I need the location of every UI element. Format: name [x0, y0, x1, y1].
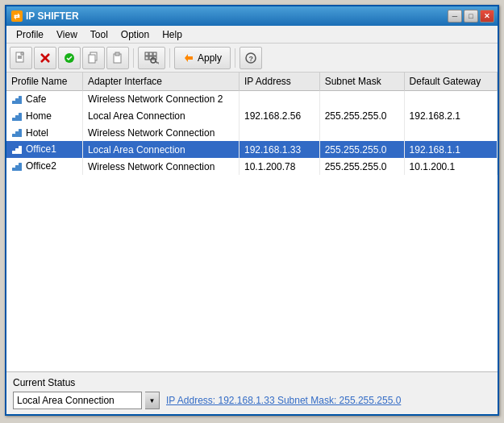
profile-name-text: Hotel — [26, 127, 48, 139]
col-subnet[interactable]: Subnet Mask — [319, 73, 404, 91]
table-row[interactable]: Office1Local Area Connection192.168.1.33… — [6, 141, 498, 158]
cell-gateway: 192.168.1.1 — [404, 141, 497, 158]
profile-icon — [11, 161, 23, 172]
cell-gateway: 10.1.200.1 — [404, 158, 497, 175]
title-buttons: ─ □ ✕ — [448, 10, 494, 23]
cell-profile-name: Office1 — [6, 141, 82, 158]
cell-gateway — [404, 125, 497, 142]
minimize-button[interactable]: ─ — [448, 10, 462, 23]
col-profile-name[interactable]: Profile Name — [6, 73, 82, 91]
svg-rect-27 — [19, 113, 22, 121]
table-row[interactable]: HotelWireless Network Connection — [6, 125, 498, 142]
svg-rect-33 — [19, 146, 22, 154]
status-info-text: IP Address: 192.168.1.33 Subnet Mask: 25… — [166, 395, 401, 406]
svg-rect-34 — [12, 168, 15, 171]
table-wrapper[interactable]: Profile Name Adapter Interface IP Addres… — [6, 73, 498, 371]
menu-view[interactable]: View — [50, 27, 84, 42]
cell-adapter: Wireless Network Connection 2 — [82, 91, 239, 108]
main-content: Profile Name Adapter Interface IP Addres… — [6, 73, 498, 371]
profile-name-text: Cafe — [26, 93, 46, 105]
help-icon: ? — [244, 52, 257, 64]
new-icon — [15, 52, 27, 64]
help-button[interactable]: ? — [240, 47, 262, 69]
paste-button[interactable] — [106, 47, 129, 69]
connection-select-container: Local Area Connection Wireless Network C… — [13, 392, 160, 409]
profile-icon — [11, 111, 23, 122]
svg-marker-19 — [185, 54, 193, 62]
bottom-section: Current Status Local Area Connection Wir… — [6, 371, 498, 414]
svg-rect-28 — [12, 134, 15, 137]
col-adapter[interactable]: Adapter Interface — [82, 73, 239, 91]
connect-button[interactable] — [58, 47, 81, 69]
cell-adapter: Local Area Connection — [82, 141, 239, 158]
svg-rect-24 — [19, 96, 22, 104]
toolbar-separator-3 — [235, 48, 235, 68]
connect-icon — [63, 52, 76, 64]
cell-subnet: 255.255.255.0 — [319, 158, 404, 175]
col-ip[interactable]: IP Address — [240, 73, 320, 91]
profile-icon — [11, 144, 23, 156]
cell-gateway: 192.168.2.1 — [404, 108, 497, 125]
grid-button[interactable]: ▼ — [138, 47, 165, 69]
cell-subnet — [319, 91, 404, 108]
cell-ip: 192.168.1.33 — [240, 141, 320, 158]
cell-adapter: Wireless Network Connection — [82, 158, 239, 175]
apply-icon — [183, 52, 194, 64]
cell-subnet — [319, 125, 404, 142]
window-title: IP SHIFTER — [26, 10, 79, 22]
svg-rect-36 — [19, 163, 22, 171]
svg-rect-11 — [149, 52, 152, 56]
new-button[interactable] — [10, 47, 32, 69]
copy-icon — [87, 52, 100, 64]
paste-icon — [111, 52, 124, 64]
status-row: Local Area Connection Wireless Network C… — [13, 392, 491, 409]
cell-subnet: 255.255.255.0 — [319, 141, 404, 158]
svg-text:?: ? — [249, 55, 254, 63]
select-arrow-icon[interactable]: ▼ — [145, 392, 160, 409]
toolbar-separator-2 — [169, 48, 170, 68]
connection-select[interactable]: Local Area Connection Wireless Network C… — [13, 392, 142, 409]
main-window: ⇄ IP SHIFTER ─ □ ✕ Profile View Tool Opt… — [5, 5, 499, 416]
svg-rect-30 — [19, 129, 22, 137]
cell-adapter: Wireless Network Connection — [82, 125, 239, 142]
svg-rect-12 — [153, 52, 156, 56]
app-icon: ⇄ — [11, 10, 23, 22]
menu-option[interactable]: Option — [115, 27, 156, 42]
profile-icon — [11, 127, 23, 139]
svg-rect-25 — [12, 118, 15, 121]
svg-rect-13 — [145, 56, 148, 60]
table-row[interactable]: Office2Wireless Network Connection10.1.2… — [6, 158, 498, 175]
col-gateway[interactable]: Default Gateway — [404, 73, 497, 91]
current-status-label: Current Status — [13, 377, 491, 388]
svg-rect-26 — [15, 115, 19, 121]
profile-name-text: Office1 — [26, 143, 56, 155]
copy-button[interactable] — [82, 47, 105, 69]
cell-ip — [240, 125, 320, 142]
svg-rect-10 — [145, 52, 148, 56]
table-header-row: Profile Name Adapter Interface IP Addres… — [6, 73, 498, 91]
svg-rect-22 — [12, 101, 15, 104]
table-row[interactable]: HomeLocal Area Connection192.168.2.56255… — [6, 108, 498, 125]
menu-tool[interactable]: Tool — [84, 27, 115, 42]
table-row[interactable]: CafeWireless Network Connection 2 — [6, 91, 498, 108]
cell-profile-name: Cafe — [6, 91, 82, 108]
profile-icon — [11, 94, 23, 106]
menu-bar: Profile View Tool Option Help — [6, 26, 498, 44]
cell-ip — [240, 91, 320, 108]
svg-rect-35 — [15, 165, 19, 171]
cell-subnet: 255.255.255.0 — [319, 108, 404, 125]
cell-gateway — [404, 91, 497, 108]
delete-button[interactable] — [34, 47, 56, 69]
cell-profile-name: Home — [6, 108, 82, 125]
close-button[interactable]: ✕ — [480, 10, 494, 23]
apply-button[interactable]: Apply — [174, 47, 231, 69]
maximize-button[interactable]: □ — [464, 10, 478, 23]
menu-profile[interactable]: Profile — [10, 27, 50, 42]
profile-name-text: Home — [26, 110, 52, 122]
grid-icon: ▼ — [144, 52, 159, 64]
cell-ip: 192.168.2.56 — [240, 108, 320, 125]
menu-help[interactable]: Help — [156, 27, 189, 42]
svg-rect-31 — [12, 151, 15, 154]
apply-label: Apply — [198, 52, 222, 64]
toolbar: ▼ Apply ? — [6, 44, 498, 73]
